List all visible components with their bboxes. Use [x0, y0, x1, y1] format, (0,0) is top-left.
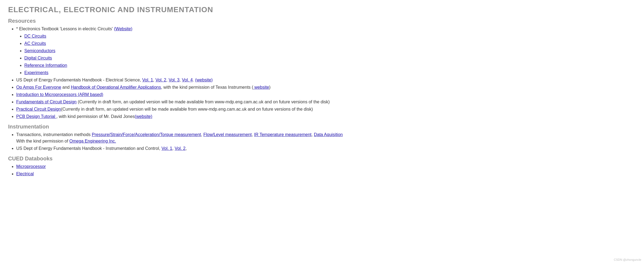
list-item: DC Circuits: [24, 33, 636, 39]
list-item: Electrical: [16, 171, 636, 177]
website-link[interactable]: (Website): [114, 27, 132, 31]
separator: ,: [153, 78, 155, 82]
semiconductors-link[interactable]: Semiconductors: [24, 48, 55, 53]
vol2-link[interactable]: Vol. 2: [155, 78, 166, 82]
separator: .: [193, 78, 195, 82]
sub-list: DC Circuits AC Circuits Semiconductors D…: [24, 33, 636, 76]
list-item: US Dept of Energy Fundamentals Handbook …: [16, 145, 636, 152]
list-item: AC Circuits: [24, 40, 636, 47]
list-item: PCB Design Tutorial , with kind permissi…: [16, 113, 636, 120]
microprocessors-link[interactable]: Introduction to Microprocessors (ARM bas…: [16, 92, 103, 97]
section-heading-databooks: CUED Databooks: [8, 156, 636, 162]
separator: ,: [252, 132, 254, 137]
inst-vol2-link[interactable]: Vol. 2: [175, 146, 185, 151]
list-item: Transactions, instrumentation methods Pr…: [16, 131, 636, 144]
digital-circuits-link[interactable]: Digital Circuits: [24, 56, 52, 60]
dc-circuits-link[interactable]: DC Circuits: [24, 34, 46, 38]
instrumentation-list: Transactions, instrumentation methods Pr…: [16, 131, 636, 152]
ir-temp-link[interactable]: IR Temperature measurement: [254, 132, 311, 137]
item-prefix: * Electronics Textbook 'Lessons in elect…: [16, 27, 114, 31]
item-text: ,: [185, 146, 187, 151]
list-item: * Electronics Textbook 'Lessons in elect…: [16, 26, 636, 76]
list-item: Introduction to Microprocessors (ARM bas…: [16, 91, 636, 98]
resources-list: * Electronics Textbook 'Lessons in elect…: [16, 26, 636, 120]
list-item: Digital Circuits: [24, 55, 636, 61]
list-item: Op Amps For Everyone and Handbook of Ope…: [16, 84, 636, 91]
handbook-op-amp-link[interactable]: Handbook of Operational Amplifier Applic…: [71, 85, 161, 90]
section-heading-resources: Resources: [8, 18, 636, 24]
vol1-link[interactable]: Vol. 1: [142, 78, 153, 82]
vol4-link[interactable]: Vol. 4: [182, 78, 193, 82]
reference-info-link[interactable]: Reference Information: [24, 63, 67, 68]
omega-link[interactable]: Omega Engineering Inc.: [69, 139, 116, 143]
list-item: Semiconductors: [24, 48, 636, 54]
pcb-website-link[interactable]: (website): [135, 114, 152, 119]
electrical-link[interactable]: Electrical: [16, 171, 34, 176]
list-item: Practical Circuit Design(Currently in dr…: [16, 106, 636, 113]
item-text: US Dept of Energy Fundamentals Handbook …: [16, 146, 161, 151]
flow-link[interactable]: Flow/Level measurement: [203, 132, 252, 137]
item-text: (Currently in draft form, an updated ver…: [77, 100, 330, 104]
section-heading-instrumentation: Instrumentation: [8, 124, 636, 130]
item-text: ): [269, 85, 270, 90]
separator: ,: [172, 146, 175, 151]
list-item: Experiments: [24, 70, 636, 76]
separator: ,: [201, 132, 203, 137]
databooks-list: Microprocessor Electrical: [16, 163, 636, 177]
list-item: Microprocessor: [16, 163, 636, 170]
list-item: Reference Information: [24, 62, 636, 69]
item-text: , with the kind permission of Texas Inst…: [161, 85, 253, 90]
item-text: (Currently in draft form, an updated ver…: [61, 107, 313, 111]
electrical-website-link[interactable]: (website): [195, 78, 213, 82]
microprocessor-link[interactable]: Microprocessor: [16, 164, 46, 169]
pcb-tutorial-link[interactable]: PCB Design Tutorial: [16, 114, 57, 119]
list-item: US Dept of Energy Fundamentals Handbook …: [16, 77, 636, 83]
item-text: With the kind permission of: [16, 139, 69, 143]
vol3-link[interactable]: Vol. 3: [169, 78, 180, 82]
inst-vol1-link[interactable]: Vol. 1: [161, 146, 172, 151]
ac-circuits-link[interactable]: AC Circuits: [24, 41, 46, 46]
item-text: US Dept of Energy Fundamentals Handbook …: [16, 78, 142, 82]
pressure-link[interactable]: Pressure/Strain/Force/Acceleration/Torqu…: [92, 132, 201, 137]
experiments-link[interactable]: Experiments: [24, 70, 48, 75]
ti-website-link[interactable]: website: [253, 85, 269, 90]
list-item: Fundamentals of Circuit Design (Currentl…: [16, 99, 636, 105]
item-text: and: [61, 85, 71, 90]
separator: ,: [166, 78, 169, 82]
data-acq-link[interactable]: Data Aquisition: [314, 132, 343, 137]
practical-circuit-link[interactable]: Practical Circuit Design: [16, 107, 61, 111]
page-title: ELECTRICAL, ELECTRONIC AND INSTRUMENTATI…: [8, 5, 636, 14]
separator: ,: [311, 132, 314, 137]
item-text: Transactions, instrumentation methods: [16, 132, 92, 137]
op-amps-link[interactable]: Op Amps For Everyone: [16, 85, 61, 90]
separator: ,: [180, 78, 182, 82]
fundamentals-circuit-link[interactable]: Fundamentals of Circuit Design: [16, 100, 77, 104]
item-text: , with kind permission of Mr. David Jone…: [57, 114, 135, 119]
